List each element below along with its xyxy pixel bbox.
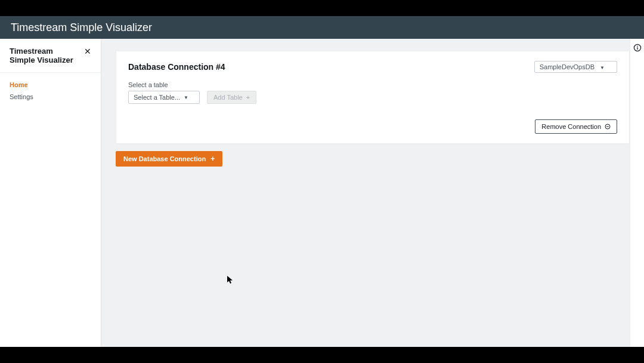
main-content: Database Connection #4 SampleDevOpsDB ▼ … xyxy=(101,39,644,347)
sidebar: Timestream Simple Visualizer ✕ Home Sett… xyxy=(0,39,101,347)
plus-icon: + xyxy=(246,94,250,101)
remove-connection-button[interactable]: Remove Connection xyxy=(535,119,617,134)
table-select[interactable]: Select a Table... ▼ xyxy=(128,91,200,104)
database-select[interactable]: SampleDevOpsDB ▼ xyxy=(534,61,617,73)
new-database-connection-button[interactable]: New Database Connection + xyxy=(116,151,222,167)
sidebar-item-home[interactable]: Home xyxy=(0,79,101,91)
plus-icon: + xyxy=(210,155,215,163)
close-icon: ✕ xyxy=(84,47,91,56)
sidebar-item-label: Settings xyxy=(10,93,33,100)
connection-title: Database Connection #4 xyxy=(128,62,225,72)
sidebar-item-label: Home xyxy=(10,81,28,88)
info-panel-strip xyxy=(630,39,644,347)
caret-down-icon: ▼ xyxy=(184,95,188,100)
add-table-label: Add Table xyxy=(213,94,243,101)
info-icon[interactable] xyxy=(633,44,642,52)
sidebar-title: Timestream Simple Visualizer xyxy=(10,47,79,65)
app-title: Timestream Simple Visualizer xyxy=(11,21,152,34)
remove-connection-label: Remove Connection xyxy=(541,123,601,130)
svg-point-3 xyxy=(637,46,638,47)
select-table-label: Select a table xyxy=(128,81,617,88)
table-select-value: Select a Table... xyxy=(134,94,180,101)
minus-circle-icon xyxy=(605,124,611,130)
app-header: Timestream Simple Visualizer xyxy=(0,16,644,39)
sidebar-close-button[interactable]: ✕ xyxy=(84,47,91,56)
svg-rect-4 xyxy=(637,47,637,50)
database-select-value: SampleDevOpsDB xyxy=(540,63,595,70)
caret-down-icon: ▼ xyxy=(600,65,605,70)
sidebar-item-settings[interactable]: Settings xyxy=(0,91,101,103)
new-connection-label: New Database Connection xyxy=(123,155,206,162)
add-table-button: Add Table + xyxy=(207,91,256,104)
connection-card: Database Connection #4 SampleDevOpsDB ▼ … xyxy=(116,51,630,144)
